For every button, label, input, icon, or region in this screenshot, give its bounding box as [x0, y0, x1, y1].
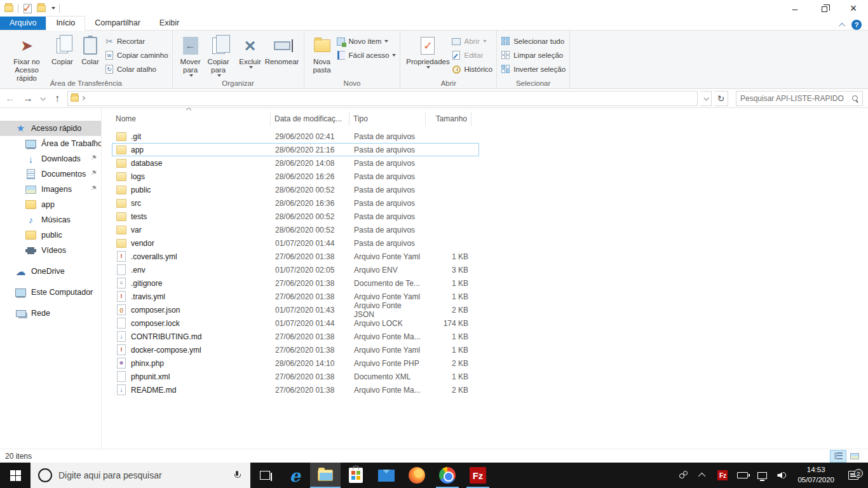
collapse-ribbon-icon[interactable]: [839, 22, 845, 29]
sidebar-item[interactable]: Downloads: [0, 151, 101, 166]
file-row[interactable]: app 28/06/2020 21:16 Pasta de arquivos: [112, 143, 479, 156]
recent-locations-dropdown[interactable]: [38, 91, 47, 106]
cut-button[interactable]: ✂Recortar: [104, 36, 168, 47]
copy-to-button[interactable]: Copiar para: [205, 33, 233, 79]
paste-button[interactable]: Colar: [76, 33, 104, 68]
column-header-name[interactable]: Nome: [112, 112, 271, 126]
tray-filezilla[interactable]: Fz: [715, 466, 730, 484]
file-row[interactable]: var 28/06/2020 00:52 Pasta de arquivos: [112, 223, 479, 236]
customize-qat-dropdown-icon[interactable]: [51, 7, 55, 10]
easy-access-button[interactable]: Fácil acesso: [336, 50, 397, 61]
new-item-button[interactable]: Novo item: [336, 36, 397, 47]
tab-home[interactable]: Início: [46, 16, 85, 30]
help-icon[interactable]: ?: [851, 20, 862, 30]
file-row[interactable]: public 28/06/2020 00:52 Pasta de arquivo…: [112, 183, 479, 196]
copy-path-button[interactable]: Copiar caminho: [104, 50, 168, 61]
sidebar-item[interactable]: public: [0, 227, 101, 243]
file-row[interactable]: logs 28/06/2020 16:26 Pasta de arquivos: [112, 170, 479, 183]
search-icon[interactable]: [852, 95, 858, 102]
new-folder-button[interactable]: Nova pasta: [308, 33, 336, 76]
address-bar[interactable]: [67, 91, 698, 106]
thumbnails-view-button[interactable]: [846, 450, 863, 463]
explorer-folder-icon[interactable]: [4, 3, 14, 13]
restore-button[interactable]: [810, 0, 839, 17]
clock[interactable]: 14:53 05/07/2020: [794, 465, 838, 485]
file-row[interactable]: vendor 01/07/2020 01:44 Pasta de arquivo…: [112, 236, 479, 250]
microphone-icon[interactable]: [234, 471, 240, 480]
file-row[interactable]: .git 29/06/2020 02:41 Pasta de arquivos: [112, 130, 479, 143]
file-row[interactable]: {} composer.json 01/07/2020 01:43 Arquiv…: [112, 303, 479, 316]
file-row[interactable]: ❋ phinx.php 28/06/2020 14:10 Arquivo Fon…: [112, 356, 479, 370]
paste-shortcut-button[interactable]: Colar atalho: [104, 64, 168, 75]
search-box[interactable]: [736, 91, 863, 106]
sidebar-item[interactable]: Acesso rápido: [0, 121, 101, 136]
refresh-button[interactable]: ↻: [714, 91, 728, 106]
column-header-size[interactable]: Tamanho: [426, 112, 471, 126]
show-hidden-icons-button[interactable]: [695, 466, 710, 484]
history-button[interactable]: Histórico: [451, 64, 492, 75]
sidebar-item[interactable]: Área de Trabalho: [0, 136, 101, 151]
column-header-date[interactable]: Data de modificaç...: [271, 112, 349, 126]
taskbar-app-explorer[interactable]: [310, 463, 341, 488]
taskbar-search-input[interactable]: [58, 470, 227, 480]
move-to-button[interactable]: Mover para: [177, 33, 205, 79]
properties-icon[interactable]: [22, 3, 32, 13]
taskbar-app-chrome[interactable]: [432, 463, 463, 488]
breadcrumb-chevron-icon[interactable]: [81, 96, 85, 100]
forward-button[interactable]: →: [20, 91, 36, 106]
file-row[interactable]: phpunit.xml 27/06/2020 01:38 Documento X…: [112, 370, 479, 383]
address-dropdown-button[interactable]: [700, 91, 712, 106]
copy-button[interactable]: Copiar: [48, 33, 76, 68]
file-row[interactable]: ↓ CONTRIBUTING.md 27/06/2020 01:38 Arqui…: [112, 330, 479, 343]
new-folder-icon[interactable]: [36, 3, 46, 13]
sidebar-item[interactable]: Músicas: [0, 212, 101, 227]
delete-button[interactable]: × Excluir: [236, 33, 264, 71]
edit-button[interactable]: Editar: [451, 50, 492, 61]
taskbar-app-store[interactable]: [341, 463, 371, 488]
up-button[interactable]: ↑: [50, 91, 65, 106]
taskbar-search[interactable]: [31, 463, 250, 488]
rename-button[interactable]: Renomear: [264, 33, 300, 68]
sidebar-item[interactable]: Documentos: [0, 166, 101, 182]
start-button[interactable]: [0, 463, 31, 488]
sidebar-item[interactable]: Vídeos: [0, 243, 101, 258]
properties-button[interactable]: Propriedades: [404, 33, 451, 71]
power-status[interactable]: [735, 466, 750, 484]
close-button[interactable]: ×: [839, 0, 868, 17]
taskbar-app-mail[interactable]: [371, 463, 402, 488]
file-row[interactable]: tests 28/06/2020 00:52 Pasta de arquivos: [112, 210, 479, 223]
file-row[interactable]: src 28/06/2020 16:36 Pasta de arquivos: [112, 196, 479, 210]
details-view-button[interactable]: [830, 450, 846, 463]
sidebar-item[interactable]: Este Computador: [0, 285, 101, 300]
invert-selection-button[interactable]: Inverter seleção: [501, 64, 566, 75]
sidebar-item[interactable]: app: [0, 197, 101, 212]
volume-control[interactable]: [774, 466, 789, 484]
file-row[interactable]: .env 01/07/2020 02:05 Arquivo ENV 3 KB: [112, 263, 479, 276]
clear-selection-button[interactable]: Limpar seleção: [501, 50, 566, 61]
column-header-type[interactable]: Tipo: [349, 112, 426, 126]
file-row[interactable]: database 28/06/2020 14:08 Pasta de arqui…: [112, 156, 479, 170]
sidebar-item[interactable]: Rede: [0, 306, 101, 321]
pin-to-quick-access-button[interactable]: ➤ Fixar no Acesso rápido: [5, 33, 48, 85]
open-button[interactable]: Abrir: [451, 36, 492, 47]
minimize-button[interactable]: –: [780, 0, 810, 17]
tab-file[interactable]: Arquivo: [0, 17, 46, 30]
taskbar-app-firefox[interactable]: [402, 463, 432, 488]
search-input[interactable]: [740, 94, 850, 103]
network-status[interactable]: [754, 466, 770, 484]
file-row[interactable]: ! docker-compose.yml 27/06/2020 01:38 Ar…: [112, 343, 479, 356]
task-view-button[interactable]: [250, 463, 280, 488]
file-row[interactable]: composer.lock 01/07/2020 01:44 Arquivo L…: [112, 316, 479, 330]
tab-view[interactable]: Exibir: [150, 17, 189, 30]
sidebar-item[interactable]: OneDrive: [0, 264, 101, 279]
sidebar-item[interactable]: Imagens: [0, 182, 101, 197]
file-row[interactable]: ! .coveralls.yml 27/06/2020 01:38 Arquiv…: [112, 250, 479, 263]
back-button[interactable]: ←: [3, 91, 18, 106]
select-all-button[interactable]: Selecionar tudo: [501, 36, 566, 47]
taskbar-app-edge[interactable]: e: [280, 463, 310, 488]
action-center-button[interactable]: 2: [843, 471, 864, 480]
file-row[interactable]: ↓ README.md 27/06/2020 01:38 Arquivo Fon…: [112, 383, 479, 396]
tab-share[interactable]: Compartilhar: [85, 17, 150, 30]
people-button[interactable]: [675, 466, 691, 484]
file-row[interactable]: ≡ .gitignore 27/06/2020 01:38 Documento …: [112, 276, 479, 290]
